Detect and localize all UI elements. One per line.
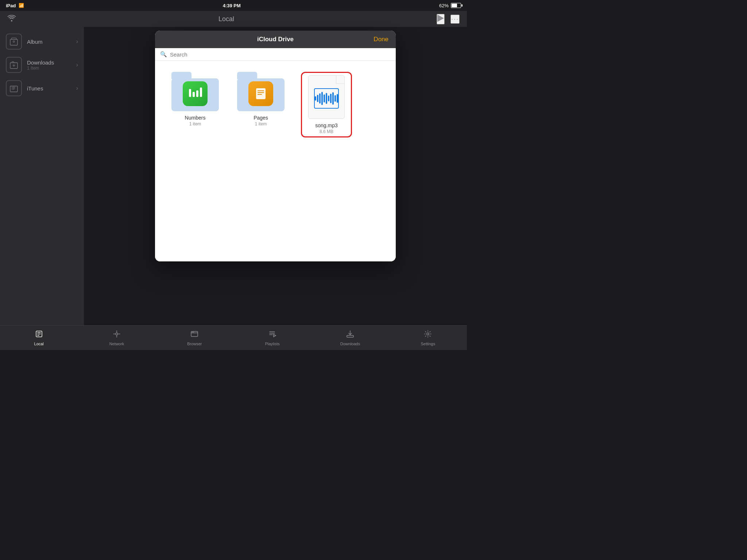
- svg-point-2: [13, 41, 15, 42]
- waveform-box: [314, 88, 339, 109]
- browser-tab-label: Browser: [187, 342, 202, 346]
- local-tab-label: Local: [34, 342, 44, 346]
- album-chevron: ›: [76, 38, 78, 45]
- tab-network[interactable]: Network: [78, 326, 155, 350]
- status-right: 62%: [439, 3, 461, 8]
- tab-downloads[interactable]: Downloads: [311, 326, 389, 350]
- battery-icon: [451, 3, 461, 8]
- svg-rect-22: [347, 335, 353, 337]
- sidebar-item-itunes[interactable]: iTunes ›: [0, 77, 84, 100]
- album-label: Album: [27, 39, 43, 45]
- tab-bar: Local Network Browser P: [0, 325, 467, 350]
- top-nav: Local ···: [0, 11, 467, 27]
- downloads-sub: 1 Item: [27, 66, 54, 71]
- status-bar: iPad 📶 4:39 PM 62%: [0, 0, 467, 11]
- svg-rect-14: [258, 92, 264, 93]
- album-icon: [6, 34, 22, 50]
- tab-browser[interactable]: Browser: [156, 326, 233, 350]
- svg-rect-15: [258, 94, 262, 95]
- svg-rect-12: [256, 88, 266, 99]
- svg-point-23: [427, 333, 429, 335]
- svg-rect-13: [258, 90, 264, 91]
- numbers-folder-icon: [171, 72, 219, 111]
- svg-marker-0: [437, 15, 444, 22]
- downloads-chevron: ›: [76, 62, 78, 68]
- playlists-tab-icon: [268, 330, 276, 340]
- pages-folder-icon: [237, 72, 285, 111]
- pages-app-icon: [248, 81, 273, 106]
- numbers-folder-item[interactable]: Numbers 1 item: [170, 72, 221, 127]
- search-icon: 🔍: [160, 51, 167, 58]
- downloads-label: Downloads: [27, 59, 54, 66]
- svg-point-6: [12, 88, 12, 89]
- pages-folder-item[interactable]: Pages 1 item: [235, 72, 286, 127]
- tab-playlists[interactable]: Playlists: [233, 326, 311, 350]
- top-nav-right: ···: [437, 14, 460, 24]
- status-time: 4:39 PM: [223, 3, 241, 8]
- wifi-status-icon: 📶: [19, 3, 24, 8]
- modal-title: iCloud Drive: [257, 36, 294, 43]
- numbers-sub: 1 item: [189, 121, 201, 127]
- settings-tab-icon: [424, 330, 432, 340]
- tab-settings[interactable]: Settings: [389, 326, 467, 350]
- svg-rect-10: [196, 90, 198, 97]
- more-button[interactable]: ···: [450, 15, 460, 24]
- svg-point-5: [12, 87, 12, 88]
- svg-rect-9: [193, 92, 195, 97]
- downloads-tab-icon: [346, 330, 354, 340]
- wifi-large-icon: [7, 15, 16, 23]
- file-grid: Numbers 1 item: [170, 72, 381, 137]
- itunes-icon: [6, 80, 22, 96]
- network-tab-label: Network: [109, 342, 124, 346]
- itunes-label: iTunes: [27, 85, 43, 92]
- sidebar: Album › Downloads 1 Item ›: [0, 27, 84, 325]
- network-tab-icon: [113, 330, 121, 340]
- mp3-file-icon: [308, 75, 345, 119]
- pages-sub: 1 item: [255, 121, 267, 127]
- battery-percent: 62%: [439, 3, 449, 8]
- modal-overlay: iCloud Drive Done 🔍: [84, 27, 467, 325]
- downloads-folder-icon: [6, 57, 22, 73]
- battery-fill: [452, 4, 457, 7]
- song-mp3-item[interactable]: song.mp3 8.6 MB: [301, 72, 352, 137]
- settings-tab-label: Settings: [421, 342, 435, 346]
- svg-marker-21: [274, 334, 276, 337]
- done-button[interactable]: Done: [374, 36, 388, 43]
- sidebar-item-downloads[interactable]: Downloads 1 Item ›: [0, 53, 84, 77]
- svg-point-17: [116, 333, 118, 335]
- icloud-drive-modal: iCloud Drive Done 🔍: [155, 31, 396, 261]
- svg-point-20: [193, 332, 194, 332]
- modal-body: Numbers 1 item: [155, 61, 396, 261]
- status-left: iPad 📶: [6, 3, 24, 8]
- song-size: 8.6 MB: [320, 129, 333, 134]
- playlists-tab-label: Playlists: [265, 342, 279, 346]
- top-nav-left: [7, 15, 16, 23]
- device-label: iPad: [6, 3, 16, 8]
- downloads-tab-label: Downloads: [340, 342, 360, 346]
- svg-rect-8: [189, 89, 191, 97]
- local-tab-icon: [35, 330, 43, 340]
- browser-tab-icon: [190, 330, 198, 340]
- song-label: song.mp3: [315, 122, 337, 128]
- svg-point-19: [192, 332, 193, 332]
- svg-rect-11: [200, 88, 202, 97]
- pages-label: Pages: [253, 115, 268, 121]
- numbers-app-icon: [183, 81, 208, 106]
- itunes-chevron: ›: [76, 85, 78, 92]
- top-nav-title: Local: [218, 15, 234, 23]
- search-bar: 🔍: [155, 48, 396, 61]
- search-input[interactable]: [170, 51, 391, 58]
- sidebar-item-album[interactable]: Album ›: [0, 30, 84, 53]
- svg-point-7: [12, 89, 12, 90]
- waveform-bars: [315, 92, 338, 105]
- play-button[interactable]: [437, 14, 445, 24]
- tab-local[interactable]: Local: [0, 326, 78, 350]
- numbers-label: Numbers: [185, 115, 206, 121]
- modal-header: iCloud Drive Done: [155, 31, 396, 48]
